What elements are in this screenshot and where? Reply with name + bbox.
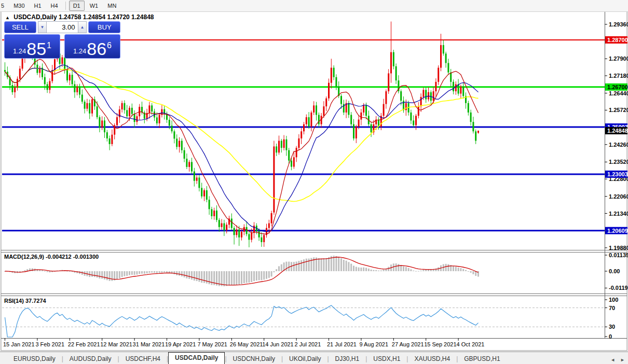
candle-body (310, 113, 312, 127)
macd-histogram-bar (373, 270, 374, 271)
macd-histogram-bar (271, 271, 272, 276)
macd-histogram-bar (22, 271, 23, 272)
candle-body (458, 84, 459, 93)
macd-histogram-bar (234, 271, 235, 285)
macd-histogram-bar (371, 270, 372, 271)
chart-window-background[interactable] (1, 11, 627, 351)
candle-body (203, 190, 205, 197)
macd-histogram-bar (109, 271, 111, 281)
macd-histogram-bar (166, 271, 168, 273)
tab-ukoil-daily[interactable]: UKOil,Daily (283, 354, 327, 364)
buy-button[interactable]: BUY (88, 21, 120, 33)
macd-histogram-bar (139, 271, 140, 274)
macd-histogram-bar (340, 258, 342, 271)
sell-button[interactable]: SELL (4, 21, 36, 33)
macd-histogram-bar (268, 271, 270, 278)
macd-histogram-bar (403, 266, 404, 271)
candle-body (453, 82, 454, 91)
buy-price-panel[interactable]: 1.24 86 6 (64, 34, 120, 59)
timeframe-button-m30[interactable]: M30 (9, 1, 29, 11)
macd-histogram-bar (462, 269, 464, 271)
candle-body (169, 120, 170, 125)
macd-histogram-bar (398, 264, 399, 271)
macd-histogram-bar (196, 271, 198, 281)
macd-histogram-bar (154, 271, 155, 273)
date-tick-label: 12 Mar 2021 (100, 341, 132, 347)
macd-histogram-bar (263, 271, 265, 279)
tab-scroll-left-icon[interactable]: ◄ (610, 357, 615, 362)
timeframe-button-mn[interactable]: MN (103, 1, 120, 11)
macd-histogram-bar (455, 267, 457, 271)
macd-histogram-bar (134, 271, 135, 275)
macd-histogram-bar (119, 271, 120, 278)
candle-body (316, 105, 317, 115)
tab-dj30-h1[interactable]: DJ30,H1 (329, 354, 366, 364)
rsi-tick-label: 30 (609, 324, 615, 330)
candle-body (72, 75, 73, 84)
timeframe-button-w1[interactable]: W1 (86, 1, 103, 11)
candle-body (184, 150, 185, 159)
rsi-tick-label: 0 (609, 333, 612, 340)
date-tick-label: 14 Jun 2021 (262, 341, 294, 347)
price-tag-label: 1.20609 (607, 228, 628, 234)
candle-body (134, 114, 135, 122)
candle-body (69, 75, 71, 80)
macd-histogram-bar (368, 269, 370, 271)
candle-body (111, 135, 113, 144)
tab-eurusd-daily[interactable]: EURUSD,Daily (7, 354, 62, 364)
macd-histogram-bar (410, 269, 412, 271)
candle-body (281, 141, 282, 148)
candle-body (251, 233, 252, 240)
buy-price-big: 86 (87, 41, 106, 57)
macd-histogram-bar (346, 261, 347, 271)
candle-body (340, 96, 342, 104)
tab-scroll-right-icon[interactable]: ► (620, 357, 625, 362)
spin-up-icon: ▲ (80, 25, 84, 30)
macd-histogram-bar (238, 271, 240, 285)
collapse-triangle-icon[interactable]: ▲ (5, 15, 10, 20)
timeframe-button-d1[interactable]: D1 (69, 1, 85, 11)
macd-histogram-bar (350, 264, 352, 271)
buy-price-prefix: 1.24 (73, 47, 86, 55)
candle-body (241, 232, 242, 237)
macd-histogram-bar (256, 271, 257, 281)
candle-body (405, 103, 407, 110)
timeframe-button-5[interactable]: 5 (0, 1, 8, 11)
candle-body (301, 131, 302, 138)
tab-xauusd-h4[interactable]: XAUUSD,H4 (408, 354, 456, 364)
candle-body (333, 68, 335, 77)
macd-histogram-bar (321, 258, 322, 271)
macd-histogram-bar (365, 268, 367, 271)
candle-body (298, 138, 299, 148)
tab-audusd-daily[interactable]: AUDUSD,Daily (63, 354, 118, 364)
date-tick-label: 2 Jul 2021 (295, 341, 321, 347)
macd-histogram-bar (420, 271, 422, 271)
candle-body (440, 45, 442, 68)
tab-usdx-h1[interactable]: USDX,H1 (367, 354, 406, 364)
macd-histogram-bar (296, 261, 297, 271)
candle-body (219, 220, 220, 227)
tab-usdcad-daily[interactable]: USDCAD,Daily (168, 352, 225, 364)
macd-histogram-bar (375, 270, 377, 271)
volume-input[interactable]: 3.00 (47, 21, 77, 33)
macd-histogram-bar (159, 271, 160, 273)
candle-body (148, 105, 150, 113)
macd-histogram-bar (191, 271, 193, 279)
candle-body (79, 87, 80, 94)
timeframe-button-h1[interactable]: H1 (30, 1, 46, 11)
candle-body (413, 120, 414, 125)
price-tick-label: 1.29360 (609, 21, 628, 27)
macd-histogram-bar (276, 269, 277, 271)
candle-body (285, 139, 287, 150)
candle-body (99, 117, 100, 128)
tab-gbpusd-h1[interactable]: GBPUSD,H1 (458, 354, 506, 364)
macd-histogram-bar (325, 258, 327, 271)
tab-usdcnh-daily[interactable]: USDCNH,Daily (227, 354, 281, 364)
candle-body (306, 117, 307, 124)
tab-usdchf-h4[interactable]: USDCHF,H4 (119, 354, 167, 364)
timeframe-button-h4[interactable]: H4 (47, 1, 62, 11)
sell-price-panel[interactable]: 1.24 85 1 (4, 34, 60, 59)
volume-decrease-button[interactable]: ▼ (38, 21, 47, 33)
macd-histogram-bar (460, 268, 461, 271)
volume-increase-button[interactable]: ▲ (78, 21, 87, 33)
